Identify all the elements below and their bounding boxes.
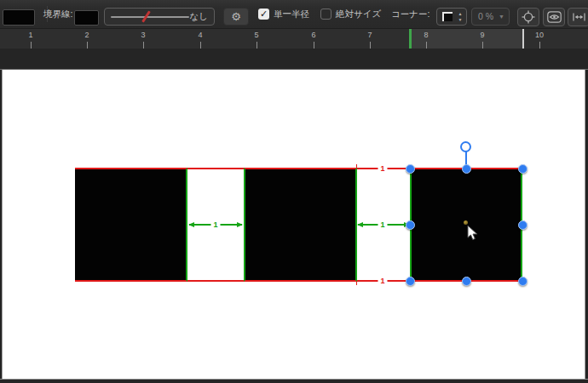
ruler-number: 6 [311, 31, 315, 39]
spacing-measurement-label: 1 [378, 220, 387, 230]
selection-handle-middle-left[interactable] [406, 220, 415, 230]
selection-handle-bottom-right[interactable] [518, 277, 527, 286]
selection-handle-top-left[interactable] [406, 164, 415, 174]
rotation-handle[interactable] [460, 141, 471, 152]
horizontal-ruler[interactable]: 1 2 3 4 5 6 7 8 9 10 [0, 29, 588, 49]
ruler-tick [539, 42, 540, 49]
selection-handle-bottom-left[interactable] [406, 277, 415, 286]
crosshair-tool-button[interactable] [517, 8, 539, 26]
distance-measurement-label: 1 [378, 277, 387, 286]
ruler-number: 3 [141, 31, 145, 39]
selection-handle-bottom-middle[interactable] [462, 277, 471, 286]
selection-handle-top-middle[interactable] [462, 164, 471, 174]
ruler-number: 7 [367, 31, 372, 39]
stroke-settings-button[interactable]: ⚙ [223, 8, 249, 26]
stepper-up-icon: ▲ [457, 12, 464, 16]
rectangle-shape-2[interactable] [244, 168, 357, 282]
stroke-preview-line [111, 16, 189, 18]
ruler-selection-start-marker [409, 29, 412, 49]
ruler-selection-end-marker [522, 29, 524, 49]
ruler-tick [31, 42, 32, 49]
ruler-number: 10 [535, 31, 544, 39]
ruler-number: 4 [198, 31, 202, 39]
ruler-tick [143, 42, 144, 49]
corner-label: コーナー: [391, 0, 429, 28]
dropdown-arrow-icon: ▼ [499, 9, 504, 25]
ruler-number: 1 [28, 31, 32, 39]
ruler-tick [200, 42, 201, 49]
ruler-tick [314, 42, 314, 49]
absolute-size-label: 絶対サイズ [336, 0, 381, 28]
ruler-number: 9 [480, 31, 484, 39]
ruler-number: 2 [84, 31, 89, 39]
stroke-style-value: なし [190, 9, 209, 25]
canvas-margin-top [0, 49, 588, 70]
gear-icon: ⚙ [231, 10, 241, 23]
distance-measurement-label: 1 [378, 164, 387, 174]
rectangle-shape-3-selected[interactable] [410, 168, 522, 282]
ruler-number: 5 [254, 31, 258, 39]
rectangle-shape-1[interactable] [75, 168, 187, 282]
checkmark-icon: ✓ [260, 9, 268, 19]
selection-handle-middle-right[interactable] [518, 220, 527, 230]
border-color-swatch[interactable] [74, 10, 99, 26]
corner-radius-value: 0 % [478, 9, 493, 25]
spacing-measurement-label: 1 [210, 220, 220, 230]
single-radius-checkbox[interactable]: ✓ [258, 9, 269, 20]
mouse-cursor [467, 225, 479, 241]
stepper-down-icon: ▼ [457, 18, 464, 22]
corner-style-icon [442, 12, 453, 21]
corner-stepper[interactable]: ▲ ▼ [457, 10, 464, 24]
inspector-toolbar: 境界線: なし ⚙ ✓ 単一半径 絶対サイズ コーナー: ▲ ▼ 0 % ▼ [0, 0, 588, 29]
rotation-handle-stem [465, 151, 467, 165]
corner-radius-dropdown[interactable]: 0 % ▼ [471, 8, 510, 26]
corner-style-dropdown[interactable]: ▲ ▼ [436, 8, 467, 26]
overflow-dots-icon: ⋮ [585, 8, 588, 26]
selection-handle-top-right[interactable] [518, 164, 527, 174]
ruler-tick [482, 42, 483, 49]
border-label: 境界線: [43, 0, 72, 28]
ruler-number: 8 [424, 31, 428, 39]
absolute-size-checkbox[interactable] [320, 9, 331, 20]
stroke-style-dropdown[interactable]: なし [104, 8, 215, 26]
crosshair-icon [522, 10, 535, 24]
ruler-tick [87, 42, 88, 49]
ruler-tick [426, 42, 427, 49]
eye-icon [547, 11, 562, 23]
single-radius-label: 単一半径 [274, 0, 309, 28]
ruler-tick [370, 42, 371, 49]
resize-horizontal-icon [572, 11, 586, 23]
eye-tool-button[interactable] [543, 8, 565, 26]
ruler-tick [257, 42, 257, 49]
canvas-margin-bottom [0, 379, 588, 383]
fill-color-swatch[interactable] [3, 9, 35, 26]
